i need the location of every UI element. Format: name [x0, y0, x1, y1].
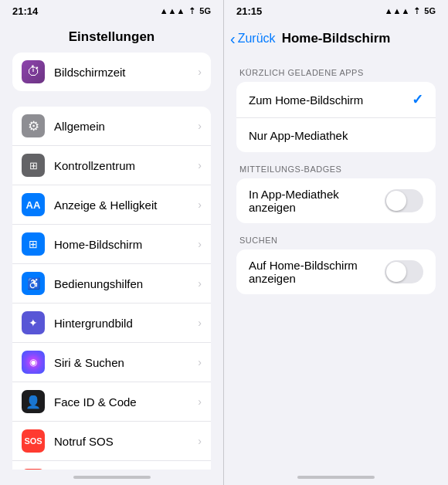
option-zum-home[interactable]: Zum Home-Bildschirm ✓ [236, 82, 436, 118]
item-label-notruf: Notruf SOS [54, 435, 198, 448]
option-label-nur-mediathek: Nur App-Mediathek [249, 129, 423, 142]
sidebar-item-allgemein[interactable]: ⚙ Allgemein › [12, 107, 211, 146]
settings-list: ⏱ Bildschirmzeit › ⚙ Allgemein › ⊞ Kontr… [0, 53, 223, 470]
toggle-knob-2 [386, 262, 406, 282]
option-group-kurzlich: Zum Home-Bildschirm ✓ Nur App-Mediathek [236, 82, 436, 152]
left-status-bar: 21:14 ▲▲▲ ⇡ 5G [0, 0, 223, 22]
chevron-icon: › [198, 238, 202, 250]
option-group-mitteilungs: In App-Mediathek anzeigen [236, 178, 436, 223]
right-home-bar [224, 470, 448, 485]
item-label-bildschirmzeit: Bildschirmzeit [54, 66, 198, 79]
kontrollzentrum-icon: ⊞ [22, 154, 45, 177]
settings-group-2: ⚙ Allgemein › ⊞ Kontrollzentrum › AA Anz… [12, 107, 211, 470]
left-title: Einstellungen [69, 29, 154, 45]
item-label-home: Home-Bildschirm [54, 238, 198, 251]
toggle-auf-home[interactable] [385, 260, 423, 283]
right-title: Home-Bildschirm [282, 31, 391, 46]
right-time: 21:15 [236, 5, 262, 17]
item-label-siri: Siri & Suchen [54, 356, 198, 369]
chevron-icon: › [198, 159, 202, 171]
sidebar-item-anzeige[interactable]: AA Anzeige & Helligkeit › [12, 185, 211, 225]
toggle-in-app-mediathek[interactable] [385, 189, 423, 212]
notruf-icon: SOS [22, 429, 45, 453]
sidebar-item-kontrollzentrum[interactable]: ⊞ Kontrollzentrum › [12, 146, 211, 185]
hintergrund-icon: ✦ [22, 311, 45, 334]
section-label-suchen: SUCHEN [239, 236, 433, 245]
item-label-anzeige: Anzeige & Helligkeit [54, 198, 198, 212]
right-header: ‹ Zurück Home-Bildschirm [224, 22, 448, 56]
wifi-icon: ⇡ [188, 6, 195, 16]
section-label-mitteilungs: MITTEILUNGS-BADGES [239, 164, 433, 174]
option-auf-home[interactable]: Auf Home-Bildschirm anzeigen [236, 249, 436, 294]
option-group-suchen: Auf Home-Bildschirm anzeigen [236, 249, 436, 294]
left-time: 21:14 [12, 5, 38, 17]
home-icon: ⊞ [22, 232, 45, 256]
battery-icon: 5G [199, 6, 211, 15]
chevron-icon: › [198, 317, 202, 329]
home-bar-line [73, 476, 151, 479]
chevron-icon: › [198, 120, 202, 132]
sidebar-item-notruf[interactable]: SOS Notruf SOS › [12, 422, 211, 461]
right-status-icons: ▲▲▲ ⇡ 5G [385, 6, 436, 16]
allgemein-icon: ⚙ [22, 114, 45, 137]
toggle-knob [386, 191, 406, 211]
sidebar-item-bedienungshilfen[interactable]: ♿ Bedienungshilfen › [12, 264, 211, 304]
section-label-kurzlich: KÜRZLICH GELADENE APPS [239, 68, 433, 77]
sidebar-item-siri[interactable]: ◉ Siri & Suchen › [12, 343, 211, 382]
sidebar-item-begegnung[interactable]: ✳ Begegnungsmitteilungen › [12, 461, 211, 470]
bildschirmzeit-icon: ⏱ [22, 60, 45, 83]
sidebar-item-home-bildschirm[interactable]: ⊞ Home-Bildschirm › [12, 225, 211, 264]
item-label-allgemein: Allgemein [54, 120, 198, 133]
item-label-kontrollzentrum: Kontrollzentrum [54, 159, 198, 172]
right-signal-icon: ▲▲▲ [385, 6, 410, 15]
item-label-hintergrund: Hintergrundbild [54, 317, 198, 330]
option-nur-mediathek[interactable]: Nur App-Mediathek [236, 118, 436, 152]
chevron-icon: › [198, 395, 202, 408]
sidebar-item-bildschirmzeit[interactable]: ⏱ Bildschirmzeit › [12, 53, 211, 91]
chevron-icon: › [198, 435, 202, 447]
option-in-app-mediathek[interactable]: In App-Mediathek anzeigen [236, 178, 436, 223]
item-label-faceid: Face ID & Code [54, 395, 198, 409]
option-label-auf-home: Auf Home-Bildschirm anzeigen [249, 259, 385, 285]
checkmark-icon: ✓ [412, 91, 423, 108]
right-content: KÜRZLICH GELADENE APPS Zum Home-Bildschi… [224, 56, 448, 470]
option-label-in-app-mediathek: In App-Mediathek anzeigen [249, 188, 385, 214]
left-status-icons: ▲▲▲ ⇡ 5G [160, 6, 211, 16]
item-label-bedienungshilfen: Bedienungshilfen [54, 277, 198, 290]
back-label: Zurück [238, 32, 276, 46]
back-chevron-icon: ‹ [230, 30, 236, 48]
right-battery-icon: 5G [424, 6, 436, 15]
chevron-icon: › [198, 277, 202, 290]
chevron-icon: › [198, 66, 202, 78]
chevron-icon: › [198, 356, 202, 368]
option-label-zum-home: Zum Home-Bildschirm [249, 93, 412, 107]
right-status-bar: 21:15 ▲▲▲ ⇡ 5G [224, 0, 448, 22]
bedienungshilfen-icon: ♿ [22, 272, 45, 295]
sidebar-item-faceid[interactable]: 👤 Face ID & Code › [12, 382, 211, 422]
sidebar-item-hintergrund[interactable]: ✦ Hintergrundbild › [12, 304, 211, 343]
siri-icon: ◉ [22, 351, 45, 374]
left-panel: 21:14 ▲▲▲ ⇡ 5G Einstellungen ⏱ Bildschir… [0, 0, 224, 485]
back-button[interactable]: ‹ Zurück [230, 30, 276, 48]
right-panel: 21:15 ▲▲▲ ⇡ 5G ‹ Zurück Home-Bildschirm … [224, 0, 448, 485]
anzeige-icon: AA [22, 193, 45, 216]
left-header: Einstellungen [0, 22, 223, 53]
settings-group-1: ⏱ Bildschirmzeit › [12, 53, 211, 91]
chevron-icon: › [198, 198, 202, 211]
faceid-icon: 👤 [22, 390, 45, 413]
home-bar-line-right [297, 476, 375, 479]
right-wifi-icon: ⇡ [413, 6, 420, 16]
left-home-bar [0, 470, 223, 485]
signal-icon: ▲▲▲ [160, 6, 185, 15]
